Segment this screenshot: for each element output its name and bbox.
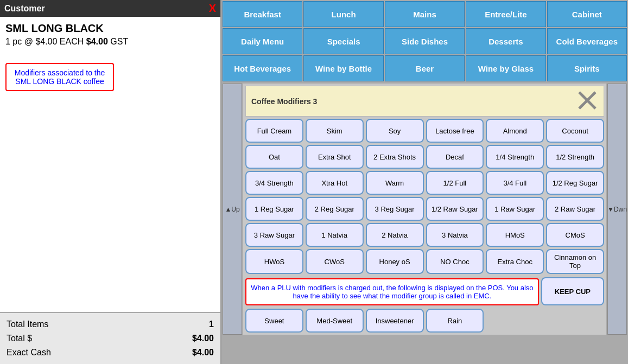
left-panel: Customer X SML LONG BLACK 1 pc @ $4.00 E…: [0, 0, 221, 364]
close-modifier-button[interactable]: [576, 90, 598, 113]
bottom-button-insweetener[interactable]: Insweetener: [366, 309, 424, 333]
modifiers-note: Modifiers associated to the SML LONG BLA…: [5, 63, 114, 91]
bottom-row: SweetMed-SweetInsweetenerRain: [245, 309, 604, 333]
modifier-button-1-2-full[interactable]: 1/2 Full: [426, 171, 484, 195]
item-name: SML LONG BLACK: [5, 22, 215, 35]
modifier-button-2-raw-sugar[interactable]: 2 Raw Sugar: [546, 197, 604, 221]
modifier-button-warm[interactable]: Warm: [366, 171, 424, 195]
menu-tab-desserts[interactable]: Desserts: [466, 28, 545, 54]
keep-cup-button[interactable]: KEEP CUP: [541, 277, 604, 305]
modifier-button-2-extra-shots[interactable]: 2 Extra Shots: [366, 145, 424, 169]
menu-tab-spirits[interactable]: Spirits: [547, 55, 627, 81]
modifier-button-3-4-full[interactable]: 3/4 Full: [486, 171, 544, 195]
scroll-area: Up Coffee Modifiers 3 Full CreamSkimSoyL…: [221, 82, 628, 336]
menu-tab-mains[interactable]: Mains: [385, 1, 465, 27]
modifier-button-1-2-strength[interactable]: 1/2 Strength: [546, 145, 604, 169]
item-detail-text: 1 pc @ $4.00 EACH: [5, 37, 84, 46]
modifier-button-cmos[interactable]: CMoS: [546, 223, 604, 247]
customer-header: Customer X: [0, 0, 220, 17]
customer-label: Customer: [4, 4, 45, 14]
modifier-button-almond[interactable]: Almond: [486, 119, 544, 143]
modifier-button-3-4-strength[interactable]: 3/4 Strength: [245, 171, 303, 195]
modifier-button-1-2-reg-sugar[interactable]: 1/2 Reg Sugar: [546, 171, 604, 195]
bottom-button-rain[interactable]: Rain: [426, 309, 484, 333]
total-dollar-value: $4.00: [192, 334, 214, 343]
menu-tab-beer[interactable]: Beer: [385, 55, 465, 81]
right-panel: BreakfastLunchMainsEntree/LiteCabinetDai…: [221, 0, 628, 364]
bottom-button-sweet[interactable]: Sweet: [245, 309, 303, 333]
item-detail: 1 pc @ $4.00 EACH $4.00 GST: [5, 37, 215, 47]
modifier-button-extra-shot[interactable]: Extra Shot: [306, 145, 364, 169]
total-items-label: Total Items: [7, 320, 48, 329]
info-box: When a PLU with modifiers is charged out…: [245, 278, 539, 305]
modifier-button-3-natvia[interactable]: 3 Natvia: [426, 223, 484, 247]
exact-cash-label: Exact Cash: [7, 348, 51, 357]
modifier-button-hmos[interactable]: HMoS: [486, 223, 544, 247]
modifier-buttons-grid: Full CreamSkimSoyLactose freeAlmondCocon…: [245, 119, 604, 274]
modifier-button-1-natvia[interactable]: 1 Natvia: [306, 223, 364, 247]
modifier-panel: Coffee Modifiers 3 Full CreamSkimSoyLact…: [243, 84, 606, 335]
close-button[interactable]: X: [209, 2, 216, 15]
modifier-button-decaf[interactable]: Decaf: [426, 145, 484, 169]
modifier-button-oat[interactable]: Oat: [245, 145, 303, 169]
modifier-button-extra-choc[interactable]: Extra Choc: [486, 249, 544, 274]
modifier-title: Coffee Modifiers 3: [251, 97, 572, 106]
scroll-up-button[interactable]: Up: [223, 84, 242, 335]
menu-tabs: BreakfastLunchMainsEntree/LiteCabinetDai…: [221, 0, 628, 82]
modifier-button-no-choc[interactable]: NO Choc: [426, 249, 484, 274]
modifier-button-full-cream[interactable]: Full Cream: [245, 119, 303, 143]
totals-area: Total Items 1 Total $ $4.00 Exact Cash $…: [0, 312, 220, 364]
modifier-button-xtra-hot[interactable]: Xtra Hot: [306, 171, 364, 195]
bottom-button-med-sweet[interactable]: Med-Sweet: [306, 309, 364, 333]
item-tax: GST: [110, 37, 128, 46]
menu-tab-side-dishes[interactable]: Side Dishes: [385, 28, 465, 54]
modifier-button-coconut[interactable]: Coconut: [546, 119, 604, 143]
down-arrow-icon: [607, 206, 614, 213]
close-x-icon: [576, 90, 598, 111]
modifier-button-cinnamon-on-top[interactable]: Cinnamon on Top: [546, 249, 604, 274]
total-dollar-row: Total $ $4.00: [7, 331, 214, 346]
menu-tab-lunch[interactable]: Lunch: [303, 1, 383, 27]
item-price: $4.00: [86, 37, 108, 46]
order-area: SML LONG BLACK 1 pc @ $4.00 EACH $4.00 G…: [0, 17, 220, 312]
menu-tab-breakfast[interactable]: Breakfast: [223, 1, 302, 27]
exact-cash-value: $4.00: [192, 348, 214, 357]
menu-tab-wine-by-bottle[interactable]: Wine by Bottle: [303, 55, 383, 81]
modifier-button-2-reg-sugar[interactable]: 2 Reg Sugar: [306, 197, 364, 221]
menu-tab-specials[interactable]: Specials: [303, 28, 383, 54]
modifier-button-honey-os[interactable]: Honey oS: [366, 249, 424, 274]
modifier-button-1-4-strength[interactable]: 1/4 Strength: [486, 145, 544, 169]
total-items-row: Total Items 1: [7, 317, 214, 331]
modifier-button-hwos[interactable]: HWoS: [245, 249, 303, 274]
modifier-button-2-natvia[interactable]: 2 Natvia: [366, 223, 424, 247]
modifier-button-cwos[interactable]: CWoS: [306, 249, 364, 274]
menu-tab-cabinet[interactable]: Cabinet: [547, 1, 627, 27]
modifier-button-3-raw-sugar[interactable]: 3 Raw Sugar: [245, 223, 303, 247]
modifier-button-lactose-free[interactable]: Lactose free: [426, 119, 484, 143]
modifier-button-1-2-raw-sugar[interactable]: 1/2 Raw Sugar: [426, 197, 484, 221]
total-dollar-label: Total $: [7, 334, 32, 343]
modifier-button-3-reg-sugar[interactable]: 3 Reg Sugar: [366, 197, 424, 221]
modifier-button-soy[interactable]: Soy: [366, 119, 424, 143]
up-arrow-icon: [225, 206, 231, 213]
menu-tab-wine-by-glass[interactable]: Wine by Glass: [466, 55, 545, 81]
menu-tab-entree-lite[interactable]: Entree/Lite: [466, 1, 545, 27]
menu-tab-daily-menu[interactable]: Daily Menu: [223, 28, 302, 54]
exact-cash-row: Exact Cash $4.00: [7, 346, 214, 360]
modifier-button-1-reg-sugar[interactable]: 1 Reg Sugar: [245, 197, 303, 221]
menu-tab-hot-beverages[interactable]: Hot Beverages: [223, 55, 302, 81]
modifier-button-skim[interactable]: Skim: [306, 119, 364, 143]
modifier-button-1-raw-sugar[interactable]: 1 Raw Sugar: [486, 197, 544, 221]
menu-tab-cold-beverages[interactable]: Cold Beverages: [547, 28, 627, 54]
total-items-value: 1: [209, 320, 214, 329]
scroll-down-button[interactable]: Dwn: [607, 84, 627, 335]
modifier-header: Coffee Modifiers 3: [245, 86, 604, 117]
